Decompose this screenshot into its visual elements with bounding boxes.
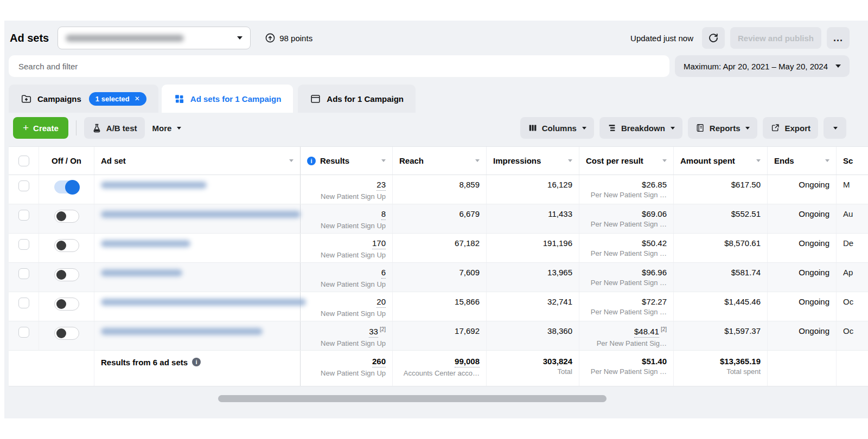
impressions-cell: 11,433 [487,204,579,233]
ab-test-button[interactable]: A/B test [84,117,145,139]
spent-cell: $617.50 [674,175,768,204]
results-value[interactable]: 23 [376,180,386,191]
date-range-selector[interactable]: Maximum: Apr 20, 2021 – May 20, 2024 [675,55,850,77]
info-icon[interactable]: i [307,157,316,165]
column-cost-per-result[interactable]: Cost per result [579,147,674,175]
column-results[interactable]: iResults [301,147,393,175]
export-more-button[interactable] [824,117,846,139]
totals-cost-label: Per New Patient Sign … [586,367,667,376]
toolbar-divider [76,120,76,135]
row-checkbox[interactable] [18,210,29,221]
adset-name-cell[interactable] [94,292,301,321]
cost-value: $26.85 [642,180,667,189]
selected-filter-pill[interactable]: 1 selected ✕ [89,92,146,106]
cost-value: $50.42 [642,238,667,248]
select-all-checkbox[interactable] [18,156,29,166]
refresh-button[interactable] [702,27,725,49]
export-button[interactable]: Export [763,117,818,139]
toolbar-right: Columns Breakdown Reports Export [520,117,846,139]
results-value[interactable]: 8 [381,209,386,220]
results-label: New Patient Sign Up [307,192,386,201]
columns-button[interactable]: Columns [520,117,594,139]
adset-name-cell[interactable] [94,234,301,262]
create-button[interactable]: + Create [13,117,68,139]
row-checkbox[interactable] [18,268,29,279]
impressions-value: 32,741 [547,297,572,306]
column-schedule[interactable]: Sc [837,147,868,175]
adset-name-redacted [101,328,263,335]
results-value[interactable]: 170 [372,238,386,249]
totals-cost-value: $51.40 [642,357,667,366]
table-row: 23New Patient Sign Up 8,859 16,129 $26.8… [9,175,868,204]
totals-label-cell: Results from 6 ad sets i [94,351,301,386]
cost-value: $72.27 [642,297,667,306]
column-ends[interactable]: Ends [768,147,837,175]
chevron-down-icon [745,127,750,132]
more-options-button[interactable]: ... [827,27,850,49]
info-icon[interactable]: i [192,358,201,366]
more-button[interactable]: More [145,117,189,139]
ends-value: Ongoing [799,326,829,335]
results-label: New Patient Sign Up [307,222,386,230]
points-label: 98 points [279,34,312,43]
create-button-label: Create [33,124,59,133]
adset-name-cell[interactable] [94,321,301,350]
adset-toggle[interactable] [54,268,79,281]
totals-reach-value[interactable]: 99,008 [455,357,480,367]
totals-spent-label: Total spent [680,367,761,376]
adset-toggle[interactable] [54,327,79,340]
adset-name-redacted [101,182,207,189]
ends-cell: Ongoing [768,321,837,350]
search-input[interactable] [9,55,669,77]
chevron-down-icon [835,64,841,70]
column-reach[interactable]: Reach [393,147,487,175]
breakdown-button[interactable]: Breakdown [599,117,682,139]
row-toggle-cell [39,263,94,292]
tab-campaigns[interactable]: Campaigns 1 selected ✕ [9,85,158,113]
row-toggle-cell [39,204,94,233]
adset-toggle[interactable] [54,210,79,223]
results-value[interactable]: 33 [369,327,378,338]
results-value[interactable]: 20 [376,297,386,308]
schedule-cell: M [837,175,868,204]
totals-ends-cell [768,351,837,386]
results-cell: 20New Patient Sign Up [301,292,393,321]
columns-label: Columns [542,124,577,133]
row-checkbox[interactable] [18,327,29,338]
row-checkbox-cell [9,204,39,233]
adset-toggle[interactable] [54,298,79,311]
adset-name-cell[interactable] [94,263,301,292]
row-checkbox[interactable] [18,180,29,191]
adset-name-cell[interactable] [94,204,301,233]
ads-manager-app: Ad sets 98 points Updated just now Revie… [4,21,868,418]
tab-ads[interactable]: Ads for 1 Campaign [298,85,416,113]
totals-impressions-cell: 303,824Total [487,351,579,386]
tab-ad-sets[interactable]: Ad sets for 1 Campaign [162,85,293,113]
results-cell: 170New Patient Sign Up [301,234,393,262]
column-ad-set[interactable]: Ad set [94,147,301,175]
horizontal-scrollbar[interactable] [218,395,607,402]
close-icon[interactable]: ✕ [135,95,140,102]
row-checkbox[interactable] [18,239,29,250]
reach-cell: 67,182 [393,234,487,262]
cost-label: Per New Patient Sign … [586,191,667,199]
column-impressions[interactable]: Impressions [487,147,579,175]
opportunity-score[interactable]: 98 points [265,33,312,43]
row-checkbox[interactable] [18,298,29,308]
totals-results-value[interactable]: 260 [372,357,386,367]
spent-cell: $581.74 [674,263,768,292]
impressions-value: 38,360 [547,326,572,335]
spent-cell: $552.51 [674,204,768,233]
review-and-publish-button[interactable]: Review and publish [730,27,821,49]
schedule-value: Ap [843,268,853,277]
schedule-cell: Ap [837,263,868,292]
account-selector-dropdown[interactable] [58,27,251,49]
adset-name-cell[interactable] [94,175,301,204]
results-value[interactable]: 6 [381,268,386,279]
header-checkbox-cell [9,147,39,175]
adset-toggle[interactable] [54,180,79,193]
adset-toggle[interactable] [54,239,79,252]
row-checkbox-cell [9,292,39,321]
column-amount-spent[interactable]: Amount spent [674,147,768,175]
reports-button[interactable]: Reports [688,117,758,139]
